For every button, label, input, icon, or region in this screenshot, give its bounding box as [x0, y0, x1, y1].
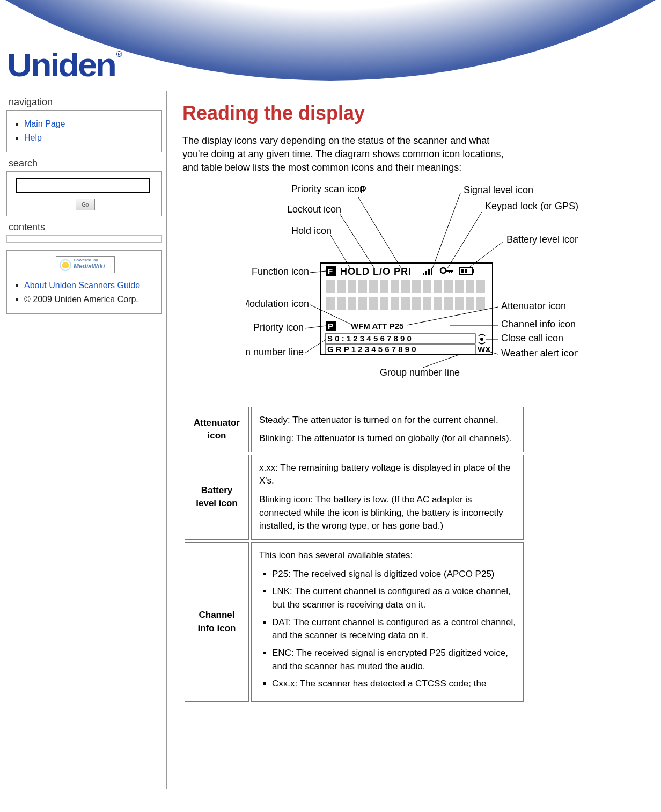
row-desc-channel-info: This icon has several available states: … — [251, 542, 524, 702]
svg-rect-25 — [412, 280, 421, 293]
svg-rect-23 — [391, 280, 399, 293]
sidebar: navigation Main Page Help search Go cont… — [0, 91, 166, 330]
table-row: Battery level icon x.xx: The remaining b… — [185, 455, 524, 540]
header-banner: Uniden® — [0, 0, 661, 91]
svg-rect-6 — [428, 269, 430, 275]
footer-item-about[interactable]: About Uniden Scanners Guide — [24, 279, 156, 292]
svg-rect-44 — [455, 297, 464, 310]
row-desc-attenuator: Steady: The attenuator is turned on for … — [251, 407, 524, 452]
logo-registered: ® — [116, 50, 122, 58]
row-label-attenuator: Attenuator icon — [185, 407, 249, 452]
svg-rect-28 — [444, 280, 453, 293]
footer-box: Powered By MediaWiki About Uniden Scanne… — [6, 250, 162, 314]
svg-rect-26 — [423, 280, 431, 293]
row-label-channel-info: Channel info icon — [185, 542, 249, 702]
intro-paragraph: The display icons vary depending on the … — [182, 134, 515, 175]
svg-text:Weather alert icon: Weather alert icon — [501, 348, 578, 359]
nav-item-help[interactable]: Help — [24, 131, 156, 145]
table-row: Channel info icon This icon has several … — [185, 542, 524, 702]
svg-text:WX: WX — [478, 345, 490, 354]
search-go-button[interactable]: Go — [76, 199, 95, 210]
svg-text:Close call icon: Close call icon — [501, 333, 563, 343]
svg-rect-46 — [476, 297, 485, 310]
svg-text:Modulation icon: Modulation icon — [246, 298, 309, 309]
svg-rect-17 — [326, 280, 335, 293]
svg-rect-11 — [449, 270, 450, 273]
svg-text:Priority icon: Priority icon — [253, 322, 304, 333]
powered-by-text: Powered By MediaWiki — [74, 258, 105, 270]
svg-text:WFM      ATT      P25: WFM ATT P25 — [351, 321, 403, 331]
svg-rect-35 — [358, 297, 367, 310]
svg-rect-40 — [412, 297, 421, 310]
powered-by-mediawiki-badge[interactable]: Powered By MediaWiki — [56, 256, 115, 273]
svg-line-57 — [358, 197, 401, 268]
svg-text:Hold icon: Hold icon — [291, 225, 332, 236]
svg-text:P: P — [328, 321, 333, 331]
svg-rect-4 — [423, 273, 424, 275]
svg-line-58 — [340, 214, 374, 268]
svg-rect-39 — [401, 297, 410, 310]
svg-rect-21 — [369, 280, 378, 293]
logo-text: Uniden — [7, 46, 115, 83]
svg-rect-19 — [348, 280, 356, 293]
svg-text:Channel info icon: Channel info icon — [501, 319, 576, 330]
svg-rect-7 — [431, 268, 432, 275]
main-content: Reading the display The display icons va… — [166, 91, 661, 789]
svg-text:Group number line: Group number line — [380, 367, 460, 378]
svg-rect-41 — [423, 297, 431, 310]
nav-link-help[interactable]: Help — [24, 133, 42, 142]
svg-text:Signal level icon: Signal level icon — [464, 185, 533, 195]
svg-rect-37 — [380, 297, 388, 310]
svg-text:S 0 : 1 2 3 4 5 6 7 8 9 0: S 0 : 1 2 3 4 5 6 7 8 9 0 — [327, 334, 412, 343]
svg-rect-42 — [434, 297, 442, 310]
nav-link-main-page[interactable]: Main Page — [24, 119, 65, 128]
svg-rect-24 — [401, 280, 410, 293]
svg-line-64 — [432, 193, 460, 268]
svg-text:Priority scan icon: Priority scan icon — [291, 184, 365, 194]
search-box: Go — [6, 171, 162, 216]
svg-rect-22 — [380, 280, 388, 293]
svg-text:F: F — [328, 267, 333, 276]
svg-rect-14 — [461, 269, 464, 273]
contents-bar — [6, 235, 162, 243]
svg-rect-20 — [358, 280, 367, 293]
table-row: Attenuator icon Steady: The attenuator i… — [185, 407, 524, 452]
svg-text:Battery level icon: Battery level icon — [506, 234, 578, 245]
display-diagram: F HOLD L/O PRI — [246, 182, 578, 389]
svg-rect-13 — [472, 269, 474, 273]
search-heading: search — [9, 158, 162, 169]
nav-box: Main Page Help — [6, 110, 162, 152]
svg-line-71 — [423, 354, 460, 368]
svg-rect-32 — [326, 297, 335, 310]
row-desc-battery: x.xx: The remaining battery voltage is d… — [251, 455, 524, 540]
svg-text:System number line: System number line — [246, 347, 304, 357]
contents-heading: contents — [9, 222, 162, 233]
svg-rect-31 — [476, 280, 485, 293]
uniden-logo: Uniden® — [7, 46, 121, 84]
svg-rect-45 — [466, 297, 474, 310]
svg-rect-15 — [465, 269, 467, 273]
row-label-battery: Battery level icon — [185, 455, 249, 540]
page-title: Reading the display — [182, 102, 642, 125]
search-input[interactable] — [16, 178, 150, 193]
svg-rect-38 — [391, 297, 399, 310]
mediawiki-flower-icon — [60, 259, 71, 271]
nav-item-main-page[interactable]: Main Page — [24, 117, 156, 131]
svg-rect-29 — [455, 280, 464, 293]
footer-link-about[interactable]: About Uniden Scanners Guide — [24, 281, 140, 290]
nav-heading: navigation — [9, 97, 162, 108]
svg-text:Attenuator icon: Attenuator icon — [501, 301, 566, 311]
svg-rect-18 — [337, 280, 346, 293]
icon-meaning-table: Attenuator icon Steady: The attenuator i… — [182, 405, 526, 704]
svg-text:Lockout icon: Lockout icon — [287, 204, 341, 215]
svg-rect-10 — [451, 270, 452, 273]
svg-rect-34 — [348, 297, 356, 310]
svg-rect-30 — [466, 280, 474, 293]
svg-rect-43 — [444, 297, 453, 310]
svg-rect-27 — [434, 280, 442, 293]
svg-line-65 — [447, 212, 482, 268]
svg-point-52 — [480, 338, 483, 341]
svg-rect-36 — [369, 297, 378, 310]
svg-text:Function icon: Function icon — [252, 266, 309, 277]
footer-item-copyright: © 2009 Uniden America Corp. — [24, 292, 156, 306]
